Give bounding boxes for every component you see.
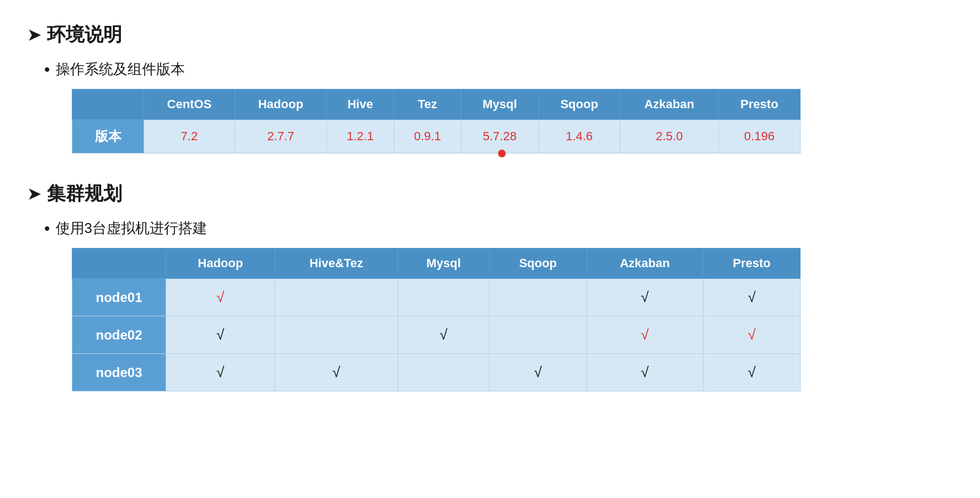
arrow-icon: ➤ [28,26,40,44]
check-icon: √ [748,289,755,305]
node03-presto: √ [703,354,801,391]
section2-title: ➤ 集群规划 [28,181,952,206]
cluster-col-hivetez: Hive&Tez [275,248,398,279]
check-icon: √ [534,364,542,380]
cluster-table-header-row: Hadoop Hive&Tez Mysql Sqoop Azkaban Pres… [72,248,801,279]
cluster-table: Hadoop Hive&Tez Mysql Sqoop Azkaban Pres… [72,248,801,391]
col-header-mysql: Mysql [461,89,538,120]
node03-azkaban: √ [586,354,703,391]
node01-hadoop: √ [166,279,275,316]
node02-hadoop: √ [166,316,275,354]
node02-mysql: √ [398,316,489,354]
check-icon: √ [332,364,340,380]
arrow2-icon: ➤ [28,185,40,203]
cluster-col-empty [72,248,166,279]
version-hive: 1.2.1 [327,120,394,153]
col-header-centos: CentOS [144,89,235,120]
check-icon: √ [641,364,649,380]
cluster-col-presto: Presto [703,248,801,279]
check-icon: √ [216,326,224,343]
node03-mysql [398,354,489,391]
cluster-col-mysql: Mysql [398,248,489,279]
check-icon: √ [216,364,224,380]
bullet-icon: • [44,61,50,78]
node02-azkaban: √ [586,316,703,354]
check-icon: √ [748,326,755,343]
version-sqoop: 1.4.6 [538,120,620,153]
check-icon: √ [641,289,649,305]
node01-presto: √ [703,279,801,316]
version-centos: 7.2 [144,120,235,153]
cluster-col-hadoop: Hadoop [166,248,275,279]
version-table: CentOS Hadoop Hive Tez Mysql Sqoop Azkab… [72,89,801,153]
section2-bullet: • 使用3台虚拟机进行搭建 [44,219,952,238]
cluster-row-node03: node03 √ √ √ √ √ [72,354,801,391]
col-header-hadoop: Hadoop [235,89,326,120]
node01-hivetez [275,279,398,316]
col-header-azkaban: Azkaban [620,89,718,120]
version-azkaban: 2.5.0 [620,120,718,153]
col-header-sqoop: Sqoop [538,89,620,120]
version-hadoop: 2.7.7 [235,120,326,153]
red-dot-indicator [498,150,506,157]
cluster-col-sqoop: Sqoop [489,248,586,279]
cluster-row-node02: node02 √ √ √ √ [72,316,801,354]
version-row-label: 版本 [72,120,144,153]
check-icon: √ [439,326,447,343]
version-tez: 0.9.1 [394,120,461,153]
node01-sqoop [489,279,586,316]
node03-sqoop: √ [489,354,586,391]
col-header-tez: Tez [394,89,461,120]
node03-hivetez: √ [275,354,398,391]
bullet2-icon: • [44,220,50,237]
col-header-empty [72,89,144,120]
cluster-row-node01: node01 √ √ √ [72,279,801,316]
section1-title: ➤ 环境说明 [28,22,952,47]
version-presto: 0.196 [718,120,800,153]
check-icon: √ [216,289,224,305]
version-table-header-row: CentOS Hadoop Hive Tez Mysql Sqoop Azkab… [72,89,801,120]
version-mysql: 5.7.28 [461,120,538,153]
col-header-hive: Hive [327,89,394,120]
node01-label: node01 [72,279,166,316]
check-icon: √ [641,326,649,343]
node03-hadoop: √ [166,354,275,391]
node02-sqoop [489,316,586,354]
node01-mysql [398,279,489,316]
check-icon: √ [748,364,755,380]
node01-azkaban: √ [586,279,703,316]
node03-label: node03 [72,354,166,391]
node02-label: node02 [72,316,166,354]
cluster-col-azkaban: Azkaban [586,248,703,279]
section1-bullet: • 操作系统及组件版本 [44,60,952,79]
col-header-presto: Presto [718,89,800,120]
version-row: 版本 7.2 2.7.7 1.2.1 0.9.1 5.7.28 1.4.6 2.… [72,120,801,153]
node02-hivetez [275,316,398,354]
node02-presto: √ [703,316,801,354]
